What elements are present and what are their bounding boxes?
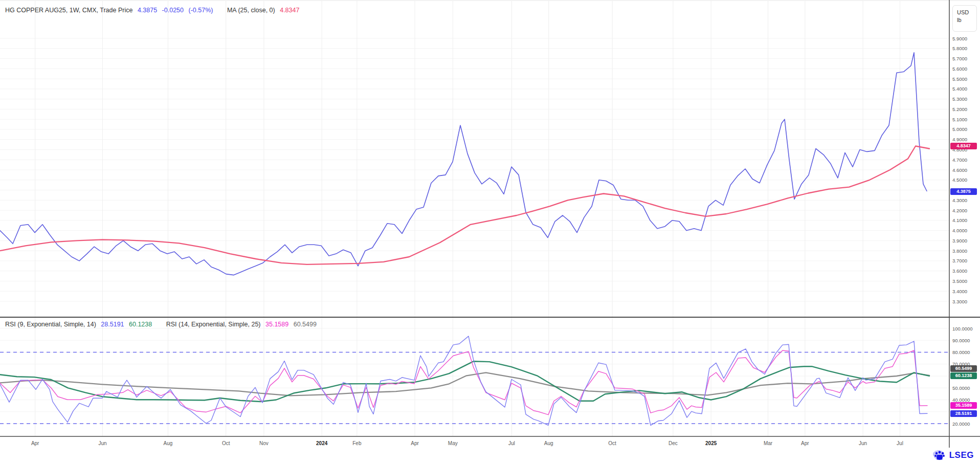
time-month-label: Oct [222, 440, 230, 446]
axis-value-badge: 28.5191 [950, 410, 977, 417]
ma-value: 4.8347 [280, 7, 299, 14]
lseg-logo: LSEG [933, 450, 974, 461]
price-tick-label: 5.8000 [952, 46, 967, 51]
price-tick-label: 5.0000 [952, 126, 967, 132]
rsi-fast-smooth-line [0, 361, 929, 402]
time-month-label: Nov [259, 440, 269, 446]
price-tick-label: 4.6000 [952, 167, 967, 173]
time-year-label: 2024 [316, 440, 327, 446]
price-tick-label: 3.4000 [952, 289, 967, 294]
price-tick-label: 5.2000 [952, 106, 967, 112]
time-month-label: Apr [411, 440, 419, 446]
price-tick-label: 4.0000 [952, 228, 967, 233]
price-tick-label: 3.3000 [952, 299, 967, 304]
price-legend: HG COPPER AUG25, 1W, CMX, Trade Price 4.… [5, 7, 302, 14]
time-month-label: Jun [98, 440, 106, 446]
price-tick-label: 5.9000 [952, 36, 967, 41]
rsi-tick-label: 50.0000 [952, 385, 970, 391]
time-month-label: Jul [508, 440, 515, 446]
axis-value-badge: 60.5499 [950, 365, 977, 372]
ma-label: MA (25, close, 0) [227, 7, 275, 14]
rsi-tick-label: 80.0000 [952, 349, 970, 355]
time-month-label: Mar [764, 440, 772, 446]
price-tick-label: 4.7000 [952, 157, 967, 163]
time-month-label: Dec [669, 440, 678, 446]
rsi-slow-value: 35.1589 [265, 321, 288, 328]
price-tick-label: 5.1000 [952, 117, 967, 122]
time-month-label: Aug [164, 440, 173, 446]
time-month-label: Jul [897, 440, 903, 446]
price-tick-label: 4.1000 [952, 217, 967, 223]
time-month-label: Oct [608, 440, 616, 446]
price-tick-label: 3.6000 [952, 268, 967, 274]
chart-canvas[interactable] [0, 0, 980, 463]
rsi-fast-smooth-value: 60.1238 [129, 321, 152, 328]
time-month-label: Feb [352, 440, 361, 446]
price-tick-label: 5.5000 [952, 76, 967, 82]
rsi-legend: RSI (9, Exponential, Simple, 14) 28.5191… [5, 321, 320, 328]
trade-price-line [0, 53, 927, 275]
time-month-label: Apr [31, 440, 39, 446]
axis-value-badge: 4.3875 [950, 188, 977, 195]
unit-measure: lb [957, 17, 976, 23]
unit-box: USD lb [952, 5, 977, 32]
instrument-title: HG COPPER AUG25, 1W, CMX, Trade Price [5, 7, 132, 14]
lseg-lion-icon [933, 450, 946, 461]
unit-currency: USD [957, 9, 976, 15]
axis-value-badge: 35.1589 [950, 402, 977, 409]
rsi-tick-label: 20.0000 [952, 421, 970, 427]
price-tick-label: 5.4000 [952, 86, 967, 92]
chart-window: HG COPPER AUG25, 1W, CMX, Trade Price 4.… [0, 0, 980, 463]
last-price-value: 4.3875 [138, 7, 157, 14]
price-tick-label: 3.5000 [952, 278, 967, 284]
price-tick-label: 4.9000 [952, 137, 967, 142]
price-tick-label: 5.6000 [952, 66, 967, 72]
price-tick-label: 3.8000 [952, 248, 967, 254]
price-tick-label: 3.9000 [952, 238, 967, 244]
axis-value-badge: 60.1238 [950, 372, 977, 379]
time-year-label: 2025 [705, 440, 717, 446]
rsi-slow-label: RSI (14, Exponential, Simple, 25) [166, 321, 261, 328]
rsi-fast-label: RSI (9, Exponential, Simple, 14) [5, 321, 96, 328]
rsi-tick-label: 100.0000 [952, 326, 973, 332]
time-month-label: Apr [801, 440, 809, 446]
rsi-slow-line [0, 350, 927, 415]
price-tick-label: 4.3000 [952, 197, 967, 203]
price-change-value: -0.0250 [162, 7, 184, 14]
price-tick-label: 3.7000 [952, 258, 967, 263]
axis-value-badge: 4.8347 [950, 143, 977, 149]
lseg-logo-text: LSEG [949, 450, 974, 460]
price-tick-label: 4.2000 [952, 208, 967, 213]
rsi-slow-smooth-value: 60.5499 [294, 321, 317, 328]
time-month-label: Jun [859, 440, 867, 446]
price-change-pct: (-0.57%) [188, 7, 213, 14]
time-month-label: Aug [544, 440, 553, 446]
price-tick-label: 4.5000 [952, 177, 967, 183]
rsi-fast-value: 28.5191 [101, 321, 124, 328]
time-month-label: May [448, 440, 458, 446]
price-tick-label: 5.7000 [952, 56, 967, 61]
rsi-tick-label: 90.0000 [952, 338, 970, 343]
price-tick-label: 5.3000 [952, 96, 967, 102]
